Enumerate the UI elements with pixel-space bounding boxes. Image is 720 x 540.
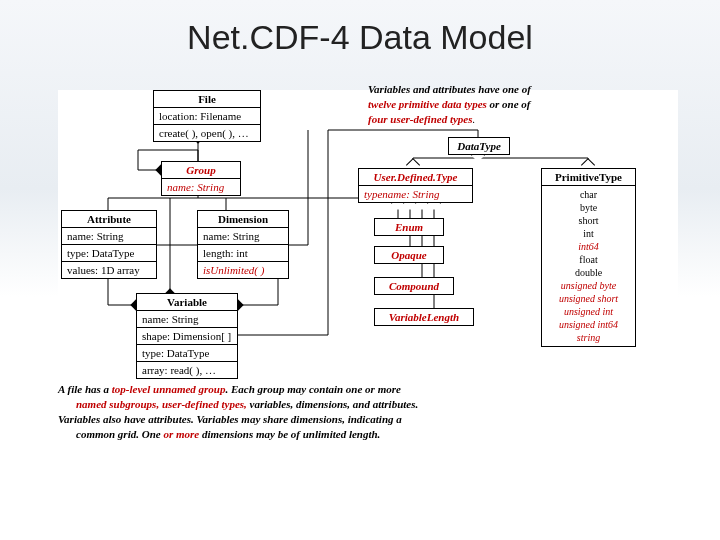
box-attribute: Attribute name: String type: DataType va… <box>61 210 157 279</box>
box-header: DataType <box>449 138 509 154</box>
type-item: char <box>542 188 635 201</box>
box-variable: Variable name: String shape: Dimension[ … <box>136 293 238 379</box>
type-item: string <box>542 331 635 344</box>
box-dimension: Dimension name: String length: int isUnl… <box>197 210 289 279</box>
box-file: File location: Filename create( ), open(… <box>153 90 261 142</box>
box-row: type: DataType <box>62 245 156 262</box>
type-item: float <box>542 253 635 266</box>
type-item: unsigned int <box>542 305 635 318</box>
box-header: Variable <box>137 294 237 311</box>
box-primitivetype: PrimitiveType char byte short int int64 … <box>541 168 636 347</box>
type-item: unsigned short <box>542 292 635 305</box>
type-item: unsigned int64 <box>542 318 635 331</box>
box-header: Group <box>162 162 240 179</box>
type-item: int64 <box>542 240 635 253</box>
box-header: Dimension <box>198 211 288 228</box>
box-row: shape: Dimension[ ] <box>137 328 237 345</box>
box-row: length: int <box>198 245 288 262</box>
box-variablelength: VariableLength <box>374 308 474 326</box>
box-row: type: DataType <box>137 345 237 362</box>
box-header: Attribute <box>62 211 156 228</box>
type-item: int <box>542 227 635 240</box>
uml-diagram: Variables and attributes have one of twe… <box>58 90 678 510</box>
box-group: Group name: String <box>161 161 241 196</box>
type-item: byte <box>542 201 635 214</box>
box-row: name: String <box>62 228 156 245</box>
box-row: typename: String <box>359 186 472 202</box>
box-opaque: Opaque <box>374 246 444 264</box>
box-header: VariableLength <box>375 309 473 325</box>
page-title: Net.CDF-4 Data Model <box>0 0 720 67</box>
box-row: array: read( ), … <box>137 362 237 378</box>
box-header: File <box>154 91 260 108</box>
caption-bottom: A file has a top-level unnamed group. Ea… <box>58 382 578 441</box>
box-userdefinedtype: User.Defined.Type typename: String <box>358 168 473 203</box>
type-item: unsigned byte <box>542 279 635 292</box>
box-datatype: DataType <box>448 137 510 155</box>
box-compound: Compound <box>374 277 454 295</box>
caption-types: Variables and attributes have one of twe… <box>368 82 668 127</box>
box-row: create( ), open( ), … <box>154 125 260 141</box>
box-row: isUnlimited( ) <box>198 262 288 278</box>
type-item: short <box>542 214 635 227</box>
box-header: PrimitiveType <box>542 169 635 186</box>
box-row: name: String <box>198 228 288 245</box>
box-header: Enum <box>375 219 443 235</box>
box-header: Compound <box>375 278 453 294</box>
box-row: name: String <box>137 311 237 328</box>
box-enum: Enum <box>374 218 444 236</box>
box-row: location: Filename <box>154 108 260 125</box>
box-row: name: String <box>162 179 240 195</box>
type-item: double <box>542 266 635 279</box>
box-header: Opaque <box>375 247 443 263</box>
box-header: User.Defined.Type <box>359 169 472 186</box>
box-row: values: 1D array <box>62 262 156 278</box>
